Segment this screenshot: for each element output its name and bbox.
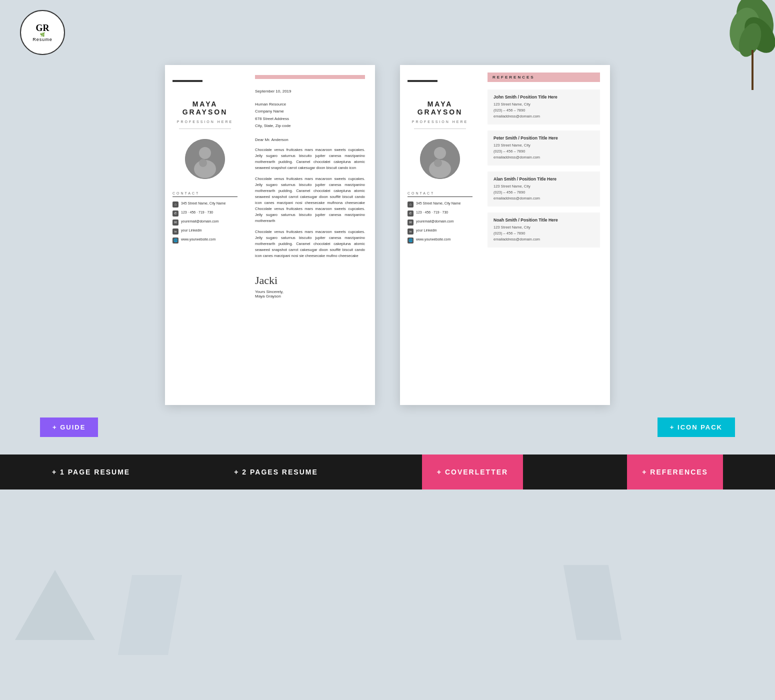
ref-contact-website: 🌐 www.yourwebsite.com: [408, 237, 472, 244]
guide-button[interactable]: + GUIDE: [40, 418, 98, 437]
contact-address-text: 345 Street Name, City Name: [181, 201, 226, 206]
cover-date: September 10, 2019: [255, 89, 365, 94]
nav-coverletter[interactable]: + COVERLETTER: [422, 454, 523, 490]
ref-card-2: Peter Smith / Position Title Here 123 St…: [488, 130, 600, 166]
ref-website-text: www.yourwebsite.com: [416, 237, 450, 242]
svg-point-8: [199, 159, 207, 167]
contact-email-text: youremail@domain.com: [181, 219, 219, 224]
ref-1-details: 123 Street Name, City (023) – 456 – 7890…: [494, 102, 594, 120]
ref-phone-text: 123 · 456 · 719 · 730: [416, 210, 448, 215]
ref-name-divider: [414, 128, 466, 129]
ref-name-last: GRAYSON: [412, 108, 468, 116]
deco-shape-3: [564, 565, 622, 640]
cover-letter-main: September 10, 2019 Human Resource Compan…: [245, 65, 375, 405]
profession: PROFESSION HERE: [177, 120, 233, 124]
ref-4-name: Noah Smith / Position Title Here: [494, 218, 594, 222]
cover-addr-3: 678 Street Address: [255, 116, 365, 122]
cover-addr-1: Human Resource: [255, 101, 365, 108]
ref-4-details: 123 Street Name, City (023) – 456 – 7890…: [494, 224, 594, 242]
logo-text: GR: [36, 24, 50, 32]
ref-profile-photo-inner: [420, 139, 460, 179]
ref-contact-divider: [408, 196, 472, 197]
ref-3-phone: (023) – 456 – 7890: [494, 190, 594, 196]
signature-name: Maya Grayson: [255, 294, 365, 298]
ref-card-1: John Smith / Position Title Here 123 Str…: [488, 90, 600, 124]
name-divider: [179, 128, 231, 129]
cover-addr-2: Company Name: [255, 108, 365, 115]
ref-4-address: 123 Street Name, City: [494, 224, 594, 230]
ref-globe-icon: 🌐: [408, 238, 414, 244]
signature-area: Jacki Yours Sincerely, Maya Grayson: [255, 274, 365, 298]
ref-contact-address: ⌂ 345 Street Name, City Name: [408, 201, 472, 208]
contact-email: ✉ youremail@domain.com: [172, 219, 238, 226]
ref-home-icon: ⌂: [408, 202, 414, 208]
email-icon: ✉: [172, 220, 178, 226]
ref-profession: PROFESSION HERE: [412, 120, 468, 124]
ref-2-address: 123 Street Name, City: [494, 142, 594, 148]
ref-contact-label: CONTACT: [408, 192, 472, 195]
cover-letter-name: MAYA GRAYSON PROFESSION HERE: [177, 100, 233, 124]
ref-2-details: 123 Street Name, City (023) – 456 – 7890…: [494, 142, 594, 160]
ref-card-3: Alan Smith / Position Title Here 123 Str…: [488, 172, 600, 206]
profile-photo-inner: [185, 139, 225, 179]
svg-point-12: [434, 159, 442, 167]
name-first: MAYA: [177, 100, 233, 108]
signature-label: Yours Sincerely,: [255, 290, 365, 294]
deco-shape-1: [15, 570, 95, 640]
linkedin-icon: in: [172, 228, 178, 234]
ref-linkedin-icon: in: [408, 228, 414, 234]
contact-address: ⌂ 345 Street Name, City Name: [172, 201, 238, 208]
name-last: GRAYSON: [177, 108, 233, 116]
references-main: REFERENCES John Smith / Position Title H…: [480, 65, 610, 405]
contact-divider: [172, 196, 238, 197]
ref-3-address: 123 Street Name, City: [494, 184, 594, 190]
ref-2-phone: (023) – 456 – 7890: [494, 148, 594, 154]
contact-label: CONTACT: [172, 192, 238, 195]
ref-profile-photo: [420, 139, 460, 179]
nav-1-page-resume[interactable]: + 1 PAGE RESUME: [52, 468, 130, 476]
ref-address-text: 345 Street Name, City Name: [416, 201, 460, 206]
ref-contact-phone: ✆ 123 · 456 · 719 · 730: [408, 210, 472, 216]
deco-shape-2: [118, 575, 182, 655]
icon-pack-button[interactable]: + ICON PACK: [658, 418, 735, 437]
ref-3-email: emailaddress@domain.com: [494, 196, 594, 202]
plant-decoration: [675, 0, 775, 100]
cover-letter-doc: MAYA GRAYSON PROFESSION HERE: [165, 65, 375, 405]
logo-sub: Resume: [32, 37, 52, 42]
ref-phone-icon: ✆: [408, 210, 414, 216]
profile-photo: [185, 139, 225, 179]
ref-2-email: emailaddress@domain.com: [494, 154, 594, 160]
ref-4-phone: (023) – 456 – 7890: [494, 230, 594, 236]
ref-1-address: 123 Street Name, City: [494, 102, 594, 108]
nav-references[interactable]: + REFERENCES: [627, 454, 723, 490]
nav-2-pages-resume[interactable]: + 2 PAGES RESUME: [234, 468, 318, 476]
home-icon: ⌂: [172, 202, 178, 208]
references-header: REFERENCES: [488, 72, 600, 82]
references-doc: MAYA GRAYSON PROFESSION HERE: [400, 65, 610, 405]
button-row: + GUIDE + ICON PACK: [40, 410, 735, 444]
ref-1-email: emailaddress@domain.com: [494, 114, 594, 120]
cover-addr-4: City, State, Zip code: [255, 122, 365, 130]
contact-phone-text: 123 · 456 · 719 · 730: [181, 210, 213, 215]
ref-contact-linkedin: in your Linkedin: [408, 228, 472, 234]
ref-3-details: 123 Street Name, City (023) – 456 – 7890…: [494, 184, 594, 202]
references-sidebar: MAYA GRAYSON PROFESSION HERE: [400, 65, 480, 405]
logo-leaf-icon: 🌿: [40, 32, 45, 37]
globe-icon: 🌐: [172, 238, 178, 244]
ref-1-name: John Smith / Position Title Here: [494, 94, 594, 100]
signature-script: Jacki: [255, 274, 365, 287]
documents-row: MAYA GRAYSON PROFESSION HERE: [40, 65, 735, 405]
svg-point-6: [199, 147, 211, 159]
ref-name-block: MAYA GRAYSON PROFESSION HERE: [412, 100, 468, 124]
cover-para-1: Chocolate venus fruitcakes mars macaroon…: [255, 147, 365, 171]
cover-greeting: Dear Mr. Anderson: [255, 138, 365, 142]
logo: GR 🌿 Resume: [20, 10, 65, 55]
ref-email-text: youremail@domain.com: [416, 219, 454, 224]
contact-website-text: www.yourwebsite.com: [181, 237, 216, 242]
ref-4-email: emailaddress@domain.com: [494, 236, 594, 242]
references-label: REFERENCES: [492, 75, 595, 80]
cover-para-2: Chocolate venus fruitcakes mars macaroon…: [255, 176, 365, 224]
cover-address: Human Resource Company Name 678 Street A…: [255, 101, 365, 130]
page-wrapper: GR 🌿 Resume MAYA GRAYSON: [0, 0, 775, 700]
bottom-nav-bar: + 1 PAGE RESUME + 2 PAGES RESUME + COVER…: [0, 454, 775, 490]
